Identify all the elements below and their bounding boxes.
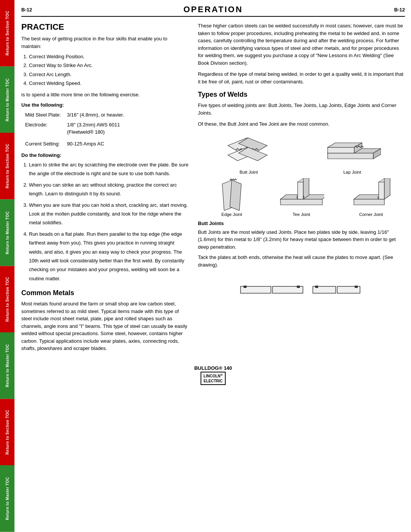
svg-rect-25 [297, 286, 300, 288]
specs-table: Mild Steel Plate: 3/16" (4.8mm), or heav… [25, 110, 127, 149]
sidebar-tabs: Return to Section TOC Return to Master T… [0, 0, 14, 532]
sidebar-tab-return-section-4[interactable]: Return to Section TOC [0, 399, 14, 466]
butt-joint-label: Butt Joint [240, 170, 258, 174]
sidebar-tab-return-master-1[interactable]: Return to Master TOC [0, 67, 14, 133]
spec-label: Current Setting: [25, 137, 67, 149]
right-column: These higher carbon steels can be welded… [198, 22, 405, 355]
list-item: Correct Welding Speed. [29, 79, 189, 88]
sidebar-tab-return-section-2[interactable]: Return to Section TOC [0, 133, 14, 200]
list-item: Learn to strike the arc by scratching th… [29, 160, 189, 178]
table-row: Mild Steel Plate: 3/16" (4.8mm), or heav… [25, 110, 127, 120]
tee-joint-item: Tee Joint [279, 178, 324, 217]
svg-marker-17 [354, 199, 384, 205]
footer-product: BULLDOG® 140 [21, 365, 405, 371]
lincoln-badge: LINCOLN® ELECTRIC [201, 372, 226, 385]
svg-rect-27 [315, 286, 318, 288]
spec-value: 3/16" (4.8mm), or heavier. [67, 110, 127, 120]
page-footer: BULLDOG® 140 LINCOLN® ELECTRIC [21, 362, 405, 385]
spec-value: 1/8" (3.2mm) AWS 6011(Fleetweld® 180) [67, 120, 127, 137]
svg-marker-4 [328, 153, 373, 159]
svg-marker-19 [379, 182, 384, 199]
svg-marker-7 [328, 147, 354, 153]
list-item: When you are sure that you can hold a sh… [29, 201, 189, 227]
lap-joint-svg [324, 134, 381, 168]
edge-joint-item: Edge Joint [211, 178, 253, 217]
corner-joint-item: Corner Joint [350, 178, 392, 217]
list-item: Run beads on a flat plate. Run them para… [29, 230, 189, 283]
spec-label: Mild Steel Plate: [25, 110, 67, 120]
joints-bottom-row: Edge Joint [198, 178, 405, 217]
corner-joint-label: Corner Joint [359, 212, 383, 217]
lap-joint-label: Lap Joint [343, 170, 361, 174]
butt-joint-item: Butt Joint [222, 134, 276, 174]
sidebar-tab-return-section-1[interactable]: Return to Section TOC [0, 0, 14, 67]
edge-joint-label: Edge Joint [221, 212, 242, 217]
butt-joint-drawing [198, 273, 405, 309]
types-common-note: Of these, the Butt Joint and Tee Joint a… [198, 120, 405, 128]
spec-label: Electrode: [25, 120, 67, 137]
butt-joint-svg [222, 134, 276, 168]
spec-value: 90-125 Amps AC [67, 137, 127, 149]
sidebar-tab-return-master-2[interactable]: Return to Master TOC [0, 200, 14, 266]
page-header: B-12 OPERATION B-12 [21, 5, 405, 17]
table-row: Current Setting: 90-125 Amps AC [25, 137, 127, 149]
two-column-layout: PRACTICE The best way of getting practic… [21, 22, 405, 355]
sidebar-tab-return-section-3[interactable]: Return to Section TOC [0, 266, 14, 333]
sidebar-tab-return-master-3[interactable]: Return to Master TOC [0, 332, 14, 399]
types-of-welds-title: Types of Welds [198, 91, 405, 99]
svg-rect-23 [244, 286, 247, 288]
common-metals-title: Common Metals [21, 289, 189, 297]
svg-marker-21 [384, 178, 390, 199]
svg-marker-14 [298, 182, 303, 199]
svg-marker-16 [303, 178, 309, 199]
types-intro: Five types of welding joints are: Butt J… [198, 102, 405, 117]
practice-title: PRACTICE [21, 22, 189, 32]
page-title: OPERATION [32, 5, 394, 14]
svg-marker-11 [230, 180, 241, 211]
edge-joint-svg [211, 178, 253, 211]
svg-rect-29 [355, 286, 358, 288]
left-column: PRACTICE The best way of getting practic… [21, 22, 189, 355]
common-metals-body: Most metals found around the farm or sma… [21, 300, 189, 352]
butt-joints-body: Butt Joints are the most widely used Joi… [198, 228, 405, 251]
joints-diagram: Butt Joint [198, 134, 405, 217]
corner-joint-svg [350, 178, 392, 211]
lincoln-sub: ELECTRIC [204, 379, 223, 383]
use-following-label: Use the following: [21, 102, 189, 108]
list-item: Correct Arc Length. [29, 70, 189, 79]
do-following-label: Do the following: [21, 152, 189, 158]
contaminants-text: Regardless of the type of metal being we… [198, 70, 405, 85]
sidebar-tab-return-master-4[interactable]: Return to Master TOC [0, 465, 14, 532]
page-num-left: B-12 [21, 7, 32, 13]
list-item: When you can strike an arc without stick… [29, 181, 189, 198]
lap-joint-item: Lap Joint [324, 134, 381, 174]
tack-note: Tack the plates at both ends, otherwise … [198, 254, 405, 268]
butt-joints-title: Butt Joints [198, 220, 405, 226]
do-list: Learn to strike the arc by scratching th… [29, 160, 189, 283]
table-row: Electrode: 1/8" (3.2mm) AWS 6011(Fleetwe… [25, 120, 127, 137]
butt-joint-drawing-svg [233, 273, 370, 309]
tee-joint-svg [279, 178, 324, 211]
higher-carbon-text: These higher carbon steels can be welded… [198, 22, 405, 67]
svg-marker-12 [280, 199, 322, 205]
tee-joint-label: Tee Joint [293, 212, 310, 217]
practice-note: is to spend a little more time on the fo… [21, 91, 189, 99]
main-content: B-12 OPERATION B-12 PRACTICE The best wa… [15, 0, 411, 393]
list-item: Correct Welding Position. [29, 52, 189, 61]
practice-intro: The best way of getting practice in the … [21, 35, 189, 50]
practice-list: Correct Welding Position. Correct Way to… [29, 52, 189, 88]
joints-top-row: Butt Joint [198, 134, 405, 174]
page-num-right: B-12 [394, 7, 405, 13]
lincoln-brand: LINCOLN [204, 374, 220, 378]
list-item: Correct Way to Strike An Arc. [29, 61, 189, 70]
